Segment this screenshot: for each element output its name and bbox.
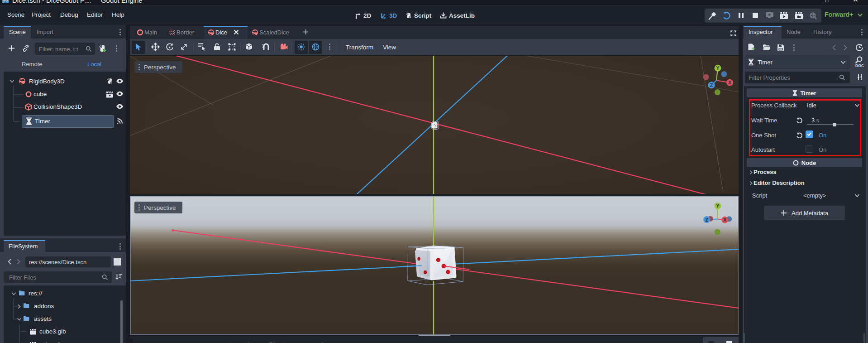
svg-text:Y: Y: [716, 203, 720, 208]
svg-text:Z: Z: [710, 82, 713, 87]
svg-text:DOC: DOC: [855, 63, 864, 68]
svg-text:X: X: [723, 217, 727, 222]
svg-text:X: X: [728, 80, 732, 85]
svg-text:Y: Y: [716, 65, 720, 71]
svg-text:Z: Z: [705, 217, 708, 222]
